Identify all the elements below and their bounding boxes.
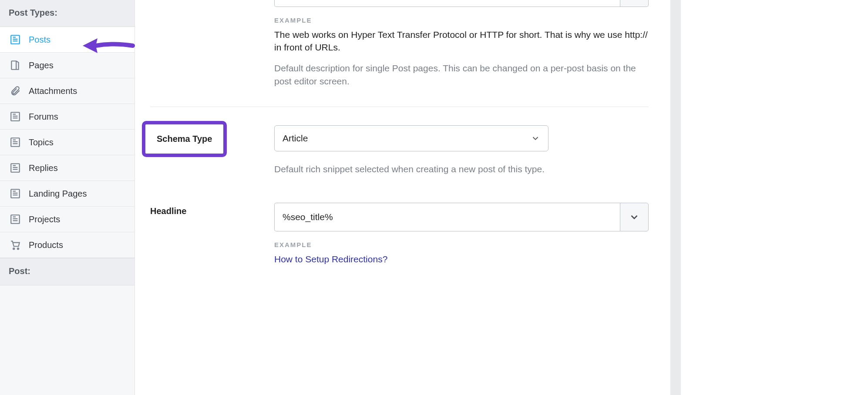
svg-point-25 (13, 248, 14, 249)
headline-value: %seo_title% (283, 212, 333, 222)
headline-example-link[interactable]: How to Setup Redirections? (274, 253, 649, 265)
sidebar-item-label: Products (29, 240, 63, 250)
svg-rect-4 (11, 61, 16, 70)
cart-icon (10, 239, 21, 251)
description-help-text: Default description for single Post page… (274, 62, 649, 88)
sidebar-item-label: Projects (29, 214, 60, 224)
sidebar-item-label: Landing Pages (29, 189, 87, 199)
page-icon (10, 60, 21, 71)
schema-type-select[interactable]: Article (274, 125, 548, 151)
sidebar-item-label: Forums (29, 112, 58, 122)
sidebar-item-attachments[interactable]: Attachments (0, 78, 135, 104)
post-icon (10, 111, 21, 122)
post-icon (10, 34, 21, 45)
post-icon (10, 214, 21, 225)
paperclip-icon (10, 85, 21, 97)
post-icon (10, 162, 21, 174)
example-label: EXAMPLE (274, 241, 649, 248)
sidebar-header-post-types: Post Types: (0, 0, 135, 27)
headline-label: Headline (150, 203, 274, 265)
sidebar-item-projects[interactable]: Projects (0, 207, 135, 232)
sidebar-item-label: Posts (29, 35, 50, 45)
sidebar-item-label: Pages (29, 60, 54, 70)
schema-type-label: Schema Type (157, 131, 212, 144)
headline-input[interactable]: %seo_title% (274, 203, 649, 231)
chevron-down-icon (531, 134, 540, 143)
sidebar-item-replies[interactable]: Replies (0, 155, 135, 181)
sidebar: Post Types: Posts Pages Attachments Foru… (0, 0, 135, 395)
svg-point-26 (17, 248, 19, 249)
schema-type-help-text: Default rich snippet selected when creat… (274, 163, 649, 176)
right-gutter (670, 0, 681, 395)
schema-type-value: Article (283, 133, 308, 144)
sidebar-item-label: Attachments (29, 86, 77, 96)
sidebar-header-post: Post: (0, 258, 135, 285)
sidebar-item-pages[interactable]: Pages (0, 53, 135, 78)
description-dropdown-button[interactable] (620, 0, 649, 7)
description-example-text: The web works on Hyper Text Transfer Pro… (274, 28, 649, 54)
schema-type-highlight: Schema Type (142, 121, 227, 157)
sidebar-item-topics[interactable]: Topics (0, 130, 135, 155)
sidebar-item-posts[interactable]: Posts (0, 27, 135, 53)
divider (150, 107, 649, 107)
post-icon (10, 137, 21, 148)
main-panel: %excerpt% EXAMPLE The web works on Hyper… (135, 0, 670, 395)
headline-dropdown-button[interactable] (620, 203, 649, 231)
sidebar-item-label: Topics (29, 137, 54, 147)
sidebar-item-landing-pages[interactable]: Landing Pages (0, 181, 135, 207)
post-icon (10, 188, 21, 199)
example-label: EXAMPLE (274, 17, 649, 24)
sidebar-item-forums[interactable]: Forums (0, 104, 135, 130)
description-input[interactable]: %excerpt% (274, 0, 649, 7)
sidebar-item-label: Replies (29, 163, 58, 173)
sidebar-item-products[interactable]: Products (0, 232, 135, 258)
